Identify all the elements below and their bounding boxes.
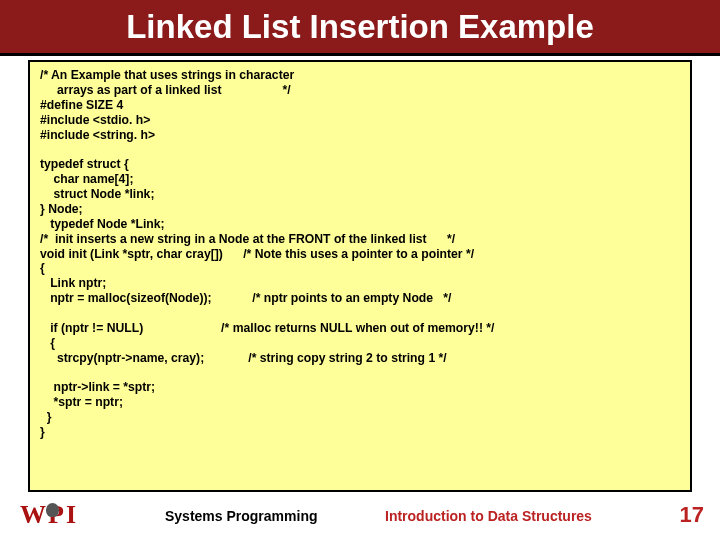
code-box: /* An Example that uses strings in chara… [28, 60, 692, 492]
footer: W P I Systems Programming Introduction t… [0, 498, 720, 534]
slide: Linked List Insertion Example /* An Exam… [0, 0, 720, 540]
page-number: 17 [680, 502, 704, 528]
logo: W P I [20, 500, 75, 530]
slide-title: Linked List Insertion Example [126, 8, 594, 46]
code-content: /* An Example that uses strings in chara… [40, 68, 680, 440]
logo-head-icon [46, 503, 59, 517]
footer-center-text: Systems Programming [165, 508, 318, 524]
logo-I: I [66, 500, 75, 530]
title-bar: Linked List Insertion Example [0, 0, 720, 56]
logo-P: P [48, 500, 63, 530]
footer-right-text: Introduction to Data Structures [385, 508, 592, 524]
logo-W: W [20, 500, 45, 530]
